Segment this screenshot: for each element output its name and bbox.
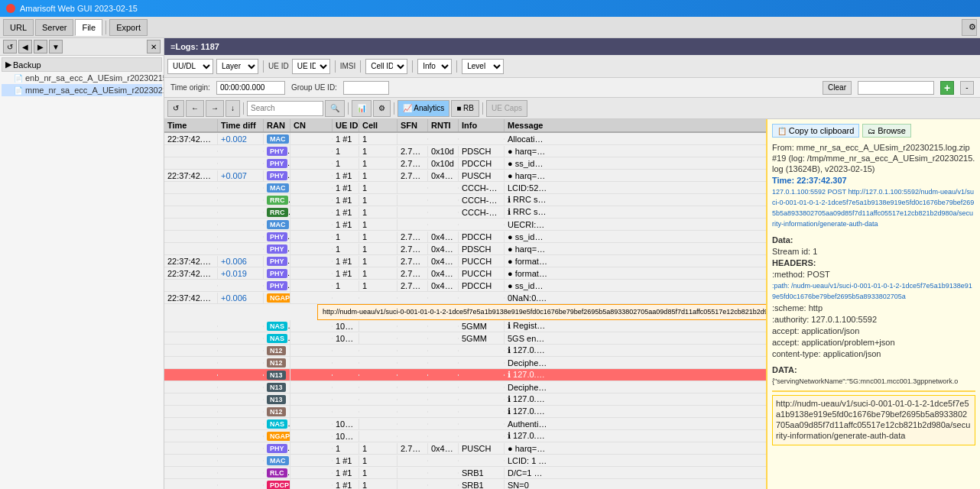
filter-layer[interactable]: Layer — [216, 59, 258, 74]
log-table[interactable]: 22:37:42.269 +0.002 MAC 1 #1 1 Allocatin… — [164, 133, 766, 489]
rp-accept: accept: application/json — [772, 325, 975, 336]
sidebar-item-1[interactable]: 📄 mme_nr_sa_ecc_A_UEsim_r20230215.lo... — [2, 84, 162, 96]
nav-export[interactable]: Export — [109, 19, 148, 36]
cell-cell: 1 — [359, 146, 398, 157]
cell-cn — [290, 460, 333, 461]
table-row[interactable]: PHY 1 1 2.738.5 0x4601 PDCCH ● ss_id=1 c… — [164, 231, 766, 243]
sidebar-item-label-0: enb_nr_sa_ecc_A_UEsim_r20230215.log... — [25, 73, 164, 83]
cell-timediff — [218, 325, 264, 327]
toolbar-down[interactable]: ↓ — [226, 100, 240, 117]
table-row[interactable]: PDCP 1 #1 1 SRB1 SN=0 — [164, 479, 766, 489]
table-row[interactable]: NAS 100 #1 5GMM 5GS encryption caps=0xe0… — [164, 332, 766, 345]
cell-ueid: 1 #1 — [333, 268, 359, 279]
toolbar-sep-3 — [394, 102, 394, 115]
ue-caps-button[interactable]: UE Caps — [486, 100, 527, 117]
sidebar-btn-4[interactable]: ▼ — [49, 40, 63, 53]
toolbar-filter2[interactable]: ⚙ — [373, 100, 391, 117]
cell-sfn — [398, 423, 428, 425]
table-row[interactable]: 22:37:42.282 +0.006 PHY 1 #1 1 2.738.9 0… — [164, 255, 766, 267]
rb-button[interactable]: ■ RB — [451, 100, 479, 117]
table-row[interactable]: N13 Deciphered IMSI: 001010123456789 — [164, 381, 766, 393]
group-ueid-input[interactable] — [343, 81, 389, 95]
cell-ran: PHY — [264, 145, 290, 157]
sidebar-group-header[interactable]: ▶ Backup — [2, 57, 162, 72]
sidebar-close[interactable]: ✕ — [147, 40, 161, 53]
sidebar-btn-1[interactable]: ↺ — [3, 40, 17, 53]
table-row[interactable]: MAC 1 #1 1 CCCH-NR LCID:52 len=6 PAD: le… — [164, 182, 766, 194]
logs-header: ≡ Logs: 1187 — [164, 38, 980, 55]
search-input[interactable] — [247, 101, 323, 116]
table-row[interactable]: N13 ℹ 127.0.1.100:5592 Status: 200 — [164, 393, 766, 406]
table-row[interactable]: N12 ℹ 127.0.1.100:5555 Status: 201 — [164, 406, 766, 418]
search-button[interactable]: 🔍 — [325, 100, 345, 117]
add-button[interactable]: + — [940, 81, 954, 95]
filter-cellid[interactable]: Cell ID — [365, 59, 407, 74]
sidebar-btn-2[interactable]: ◀ — [18, 40, 32, 53]
nav-file[interactable]: File — [75, 19, 102, 36]
cell-info — [459, 387, 505, 388]
title-bar: Amarisoft Web GUI 2023-02-15 — [0, 0, 980, 17]
cell-message: ● harq=si:prb=0.2 symb=1:13 CW0: tb_len=… — [505, 146, 550, 157]
browse-btn[interactable]: 🗂 Browse — [862, 124, 910, 138]
table-row[interactable]: PHY 1 1 2.740.15 0x4601 PDCCH ● ss_id=2 … — [164, 280, 766, 292]
cell-ran: NAS — [264, 320, 290, 332]
cell-timediff — [218, 212, 264, 213]
copy-clipboard-btn[interactable]: 📋 Copy to clipboard — [772, 124, 859, 138]
filter-uudl[interactable]: UU/DL — [167, 59, 213, 74]
cell-message: ℹ Registration... — [505, 320, 550, 332]
cell-sfn: 2.740.19 — [398, 443, 428, 454]
toolbar-next[interactable]: → — [206, 100, 224, 117]
nav-settings[interactable]: ⚙ — [962, 19, 977, 36]
toolbar-prev[interactable]: ← — [186, 100, 204, 117]
filter-input[interactable] — [858, 81, 934, 95]
close-button[interactable] — [6, 4, 15, 13]
sidebar-btn-3[interactable]: ▶ — [34, 40, 47, 53]
table-row[interactable]: RRC 1 #1 1 CCCH-NR ℹ RRC setup request — [164, 194, 766, 206]
table-row[interactable]: N13 ℹ 127.0.1.100:5592 POST http://127.0… — [164, 369, 766, 381]
table-row[interactable]: RRC 1 #1 1 CCCH-NR ℹ RRC setup — [164, 206, 766, 219]
cell-time — [164, 248, 218, 250]
table-row[interactable]: 22:37:42.301 +0.019 PHY 1 #1 1 2.740.8 0… — [164, 267, 766, 280]
table-row[interactable]: PHY 1 1 2.740.19 0x4601 PUSCH ● harq=0 p… — [164, 442, 766, 455]
time-origin-input[interactable] — [216, 81, 285, 95]
table-row[interactable]: PHY 1 1 2.737.10 0x10d PDCCH ● ss_id=1 c… — [164, 157, 766, 170]
table-row[interactable]: NAS 100 #1 5GMM ℹ Registration... — [164, 320, 766, 332]
rp-data-label: Data: — [772, 235, 975, 245]
table-row[interactable]: 22:37:42.276 +0.007 PHY 1 #1 1 2.737.18 … — [164, 170, 766, 182]
cell-ueid — [333, 362, 359, 364]
cell-sfn: 2.740.15 — [398, 280, 428, 291]
filter-ueid[interactable]: UE ID — [292, 59, 330, 74]
toolbar-refresh[interactable]: ↺ — [167, 100, 184, 117]
table-row[interactable]: MAC 1 #1 1 LCID: 1 len=75 SBSR: lcg=0 bs… — [164, 455, 766, 467]
nav-url[interactable]: URL — [3, 19, 34, 36]
sidebar-item-0[interactable]: 📄 enb_nr_sa_ecc_A_UEsim_r20230215.log... — [2, 72, 162, 84]
cell-ueid: 1 — [333, 280, 359, 291]
table-row[interactable]: PHY 1 1 2.737.10 0x10d PDSCH ● harq=si:p… — [164, 145, 766, 157]
table-row[interactable]: PHY 1 1 2.738.5 0x4601 PDSCH ● harq=0 pr… — [164, 243, 766, 255]
table-row[interactable]: N12 Deciphered IMSI: 001010123456789 — [164, 357, 766, 369]
table-row[interactable]: MAC 1 #1 1 UECRI:10069de31606 LCID:0 len… — [164, 219, 766, 231]
table-row[interactable]: N12 ℹ 127.0.1.100:5555 POST http://127.0… — [164, 345, 766, 357]
minus-button[interactable]: - — [960, 81, 974, 95]
time-origin-bar: Time origin: Group UE ID: Clear + - — [164, 78, 980, 98]
cell-info: PUSCH — [459, 170, 505, 181]
table-row[interactable]: NAS 100 #1 Authentication request — [164, 418, 766, 430]
cell-timediff — [218, 448, 264, 449]
cell-cn — [290, 236, 333, 238]
toolbar-spreadsheet[interactable]: 📊 — [352, 100, 372, 117]
cell-time — [164, 436, 218, 437]
cell-info: PUCCH — [459, 268, 505, 279]
rp-tooltip: http://nudm-ueau/v1/suci-0-001-01-0-1-2-… — [772, 395, 975, 445]
table-row[interactable]: 22:37:42.269 +0.002 MAC 1 #1 1 Allocatin… — [164, 133, 766, 145]
filter-info[interactable]: Info — [417, 59, 452, 74]
clear-button[interactable]: Clear — [823, 81, 852, 95]
table-row[interactable]: NGAP 100 #1 ℹ 127.0.1.1:47510 Downlink N… — [164, 430, 766, 442]
cell-cell — [359, 399, 398, 400]
filter-level[interactable]: Level — [462, 59, 504, 74]
nav-server[interactable]: Server — [35, 19, 73, 36]
table-row[interactable]: 22:37:42.307 +0.006 NGAP 0NaN:0.000 — [164, 292, 766, 304]
cell-ran: PHY — [264, 267, 290, 279]
cell-ueid: 1 #1 — [333, 480, 359, 490]
analytics-button[interactable]: 📈 Analytics — [398, 100, 449, 117]
table-row[interactable]: RLC 1 #1 1 SRB1 D/C=1 P=1 SI=00 SN=0 — [164, 467, 766, 479]
